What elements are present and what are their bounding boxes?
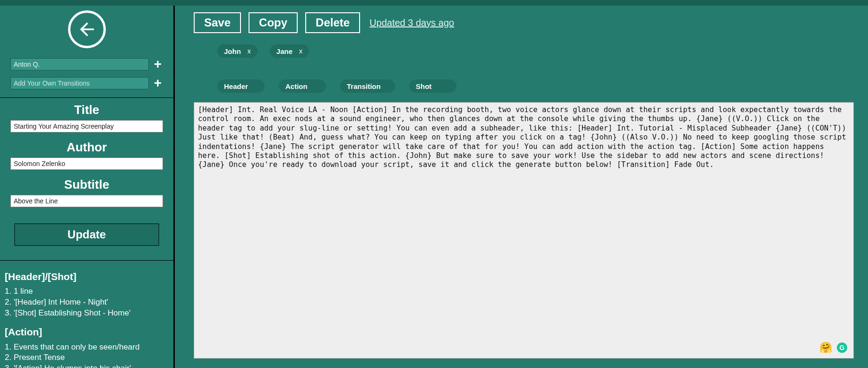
- tag-shot-button[interactable]: Shot: [409, 79, 456, 93]
- add-actor-button[interactable]: +: [153, 57, 163, 72]
- copy-button[interactable]: Copy: [249, 12, 298, 33]
- tag-header-button[interactable]: Header: [217, 79, 265, 93]
- author-label: Author: [10, 140, 163, 155]
- help-action-list: Events that can only be seen/heard Prese…: [5, 342, 169, 368]
- add-transition-input[interactable]: [10, 77, 149, 89]
- subtitle-section: Subtitle: [0, 173, 173, 210]
- script-editor[interactable]: [194, 102, 854, 359]
- chip-remove-icon[interactable]: x: [299, 47, 302, 55]
- author-input[interactable]: [10, 158, 163, 170]
- tag-transition-button[interactable]: Transition: [340, 79, 395, 93]
- main-panel: Save Copy Delete Updated 3 days ago John…: [175, 6, 868, 368]
- update-wrap: Update: [0, 210, 173, 260]
- title-label: Title: [10, 103, 163, 117]
- help-item: Present Tense: [5, 352, 169, 363]
- chip-remove-icon[interactable]: x: [248, 47, 251, 55]
- character-chips: John x Jane x: [194, 44, 854, 58]
- back-button-wrap: [0, 6, 173, 57]
- back-button[interactable]: [68, 10, 106, 48]
- title-section: Title: [0, 98, 173, 135]
- author-section: Author: [0, 135, 173, 173]
- sidebar: + + Title Author Subtitle Update [Header…: [0, 6, 175, 368]
- help-item: '[Shot] Establishing Shot - Home': [5, 308, 169, 319]
- help-action-title: [Action]: [5, 325, 169, 339]
- help-item: 1 line: [5, 286, 169, 297]
- add-transition-button[interactable]: +: [153, 76, 163, 91]
- app-root: + + Title Author Subtitle Update [Header…: [0, 0, 868, 368]
- save-button[interactable]: Save: [194, 12, 241, 33]
- title-input[interactable]: [10, 120, 163, 132]
- chip-label: John: [224, 47, 241, 55]
- subtitle-input[interactable]: [10, 195, 163, 207]
- help-header-shot-list: 1 line '[Header] Int Home - Night' '[Sho…: [5, 286, 169, 319]
- tag-buttons: Header Action Transition Shot: [194, 79, 854, 93]
- help-item: '[Header] Int Home - Night': [5, 297, 169, 308]
- editor-corner-icons: 🤗 G: [819, 342, 847, 354]
- toolbar: Save Copy Delete Updated 3 days ago: [194, 6, 854, 44]
- add-actor-input[interactable]: [10, 58, 149, 70]
- character-chip-john[interactable]: John x: [217, 44, 258, 58]
- editor-wrap: 🤗 G: [194, 102, 854, 359]
- add-transition-row: +: [0, 76, 173, 97]
- grammarly-icon[interactable]: G: [837, 342, 847, 353]
- help-panel: [Header]/[Shot] 1 line '[Header] Int Hom…: [0, 260, 173, 368]
- help-item: Events that can only be seen/heard: [5, 342, 169, 353]
- add-actor-row: +: [0, 57, 173, 76]
- updated-timestamp: Updated 3 days ago: [370, 18, 454, 28]
- update-button[interactable]: Update: [14, 223, 159, 246]
- subtitle-label: Subtitle: [10, 177, 163, 192]
- arrow-left-icon: [77, 19, 97, 40]
- hug-emoji-icon[interactable]: 🤗: [819, 342, 832, 354]
- tag-action-button[interactable]: Action: [279, 79, 326, 93]
- delete-button[interactable]: Delete: [305, 12, 360, 33]
- help-item: '[Action] He slumps into his chair': [5, 363, 169, 368]
- chip-label: Jane: [276, 47, 292, 55]
- help-header-shot-title: [Header]/[Shot]: [5, 270, 169, 283]
- character-chip-jane[interactable]: Jane x: [270, 44, 309, 58]
